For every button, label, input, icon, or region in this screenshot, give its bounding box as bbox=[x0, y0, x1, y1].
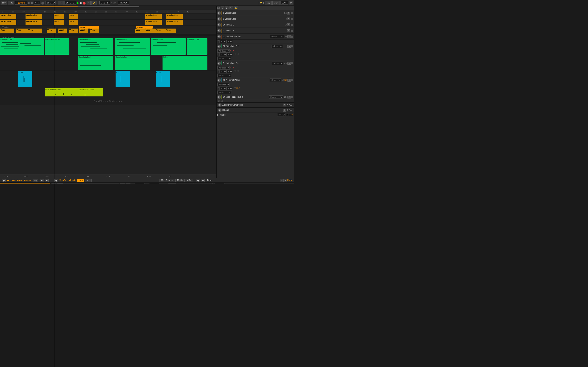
track-11-play[interactable]: ▶ bbox=[217, 29, 221, 33]
clip-9-4[interactable]: Vocal bbox=[69, 20, 78, 25]
midi-tab[interactable]: MIDI bbox=[185, 179, 193, 182]
return-a-play[interactable]: ▶ bbox=[218, 103, 222, 107]
osc1-tab[interactable]: Osc 1 bbox=[77, 179, 84, 182]
track-15-monitor[interactable] bbox=[291, 79, 293, 81]
track-15-play[interactable]: ▶ bbox=[217, 78, 221, 82]
master-play[interactable]: ▶ bbox=[217, 114, 219, 116]
clip-10-vocals1[interactable]: Vocals 1 bbox=[79, 26, 99, 29]
track-13-channel[interactable]: All Channel bbox=[217, 49, 230, 53]
position-display[interactable]: 19 . 2 . 2 bbox=[64, 1, 76, 4]
track-16-s[interactable]: S bbox=[287, 96, 291, 99]
track-10-name[interactable]: 10 Vocals 1 bbox=[223, 24, 285, 26]
track-12-s[interactable]: S bbox=[287, 35, 291, 38]
return-b-post[interactable]: Post bbox=[289, 109, 292, 111]
track-15-channel[interactable]: All Channel bbox=[217, 83, 230, 86]
clip-14-3[interactable]: Side... bbox=[163, 56, 187, 70]
master-output[interactable]: 1/2 bbox=[277, 113, 285, 117]
track-14-channel[interactable]: All Channel bbox=[217, 66, 230, 69]
link-button[interactable]: Link bbox=[1, 1, 7, 5]
tap-button[interactable]: Tap bbox=[8, 1, 14, 5]
track-12-name[interactable]: 12 Wavetable Pads bbox=[223, 35, 270, 38]
clip-10-10[interactable]: Voca bbox=[145, 29, 156, 33]
matrix-tab[interactable]: Matrix bbox=[175, 179, 185, 182]
track-lane-10[interactable]: ... Vocals 1 Voca Voca Voca Vocal Voca| … bbox=[0, 26, 216, 34]
track-8-play[interactable]: ▶ bbox=[217, 11, 221, 15]
track-13-output[interactable]: Master bbox=[217, 57, 232, 60]
clip-vocal-4[interactable]: Vocal bbox=[69, 14, 78, 19]
track-14-input[interactable]: All Ins bbox=[272, 62, 283, 65]
overview-bar[interactable] bbox=[0, 6, 216, 10]
tracks-container[interactable]: Vocals Slice Vocals Slice Vocal Vocal Vo… bbox=[0, 13, 216, 174]
clip-10-7[interactable]: Vocal bbox=[79, 29, 88, 33]
lfo2-tab[interactable]: LFO 2 bbox=[203, 183, 213, 184]
echo-help[interactable]: ? bbox=[284, 179, 287, 182]
record-button[interactable]: ⬤ bbox=[82, 1, 86, 4]
return-b-play[interactable]: ▶ bbox=[218, 108, 222, 112]
track-lane-16[interactable]: Velo-Rezzo Plucks Velo-Rezzo Plucks bbox=[0, 88, 216, 97]
filter-nav-left[interactable]: ◀◀ bbox=[120, 183, 125, 184]
track-11-monitor[interactable] bbox=[291, 30, 293, 32]
echo-power[interactable]: ⬤ bbox=[196, 179, 200, 182]
set-lock-button[interactable]: 🔒 bbox=[234, 7, 238, 9]
track-13-off[interactable]: Off bbox=[227, 53, 233, 56]
clip-9-1[interactable]: Vocals Slice bbox=[0, 20, 16, 25]
d-button[interactable]: D bbox=[289, 1, 293, 5]
device-rec[interactable]: ⬤ bbox=[54, 179, 58, 182]
clip-15-2[interactable]: A Hor... bbox=[116, 71, 130, 87]
clip-13-1[interactable]: Sidechain Pad bbox=[0, 38, 44, 55]
clip-13-6[interactable]: Sidechain Pad bbox=[151, 38, 186, 55]
track-13-s[interactable]: S bbox=[287, 45, 291, 48]
track-drop-area[interactable]: Drop Files and Devices Here bbox=[0, 97, 216, 105]
set-next-button[interactable]: ▶ bbox=[225, 7, 228, 9]
env2-tab[interactable]: Env 2 bbox=[176, 183, 185, 184]
loop-dropdown[interactable]: 1 Bar bbox=[45, 1, 56, 4]
clip-10-8[interactable]: Vocal bbox=[90, 29, 99, 33]
track-13-input[interactable]: All Ins bbox=[272, 45, 283, 48]
track-16-monitor[interactable] bbox=[291, 96, 293, 98]
track-8-s[interactable]: S bbox=[287, 12, 290, 15]
stop-button[interactable]: ■ bbox=[80, 1, 82, 4]
bpm-display[interactable]: 100.00 bbox=[15, 1, 27, 5]
clip-16-2[interactable]: Velo-Rezzo Plucks bbox=[79, 88, 103, 96]
clip-14-2[interactable]: Sidechain Pad bbox=[115, 56, 150, 70]
track-11-name[interactable]: 11 Vocals 2 bbox=[223, 30, 285, 32]
track-13-play[interactable]: ▶ bbox=[217, 45, 221, 48]
filter-nav-right[interactable]: ▶▶ bbox=[126, 183, 130, 184]
track-12-off[interactable]: Off bbox=[227, 40, 233, 43]
track-12-monitor[interactable] bbox=[291, 35, 293, 38]
time-sig-display[interactable]: 4 / 4 bbox=[34, 1, 40, 4]
clip-13-3[interactable]: Sidechain Pad bbox=[49, 38, 69, 55]
track-lane-8[interactable]: Vocals Slice Vocals Slice Vocal Vocal Vo… bbox=[0, 13, 216, 19]
track-10-play[interactable]: ▶ bbox=[217, 23, 221, 26]
time-display[interactable]: 48 . 0 . 0 bbox=[118, 1, 129, 4]
clip-vocals-slice-2[interactable]: Vocals Slice bbox=[26, 14, 42, 19]
track-12-output[interactable]: Master bbox=[270, 35, 284, 38]
track-16-play[interactable]: ▶ bbox=[217, 95, 221, 99]
arrangement-position[interactable]: 1 . 1 . 1 bbox=[99, 1, 110, 4]
track-9-play[interactable]: ▶ bbox=[217, 17, 221, 21]
env-none-select[interactable]: None bbox=[214, 183, 225, 184]
clip-10-11[interactable]: Voca bbox=[156, 29, 166, 33]
clip-13-4[interactable]: Sidechain Pad bbox=[78, 38, 113, 55]
clip-15-3[interactable]: A Hor... bbox=[156, 71, 170, 87]
track-8-name[interactable]: 8 Vocals Slice bbox=[223, 12, 283, 14]
amp-tab[interactable]: Amp bbox=[168, 183, 176, 184]
sub-power[interactable]: ⬤ bbox=[52, 183, 56, 184]
return-b-s[interactable]: S bbox=[283, 109, 286, 111]
midi-map-button[interactable]: MIDI bbox=[272, 1, 279, 5]
device-power[interactable]: ⬤ bbox=[2, 179, 6, 182]
track-15-input[interactable]: All Ins bbox=[270, 78, 281, 82]
track-13-name[interactable]: 13 Sidechain Pad bbox=[223, 45, 272, 47]
clip-15-1[interactable]: A Hor... bbox=[18, 71, 32, 87]
track-15-auto[interactable]: Auto bbox=[219, 87, 227, 90]
track-12-play[interactable]: ▶ bbox=[217, 35, 221, 38]
midi-button[interactable]: 🔑 bbox=[91, 1, 97, 5]
track-lane-14[interactable]: Sidechain Pad Sidechain Pad Side... bbox=[0, 55, 216, 70]
track-10-monitor[interactable] bbox=[291, 24, 293, 26]
clip-10-vocals1b[interactable]: Vocals 1 bbox=[136, 26, 153, 29]
track-14-name[interactable]: 14 Sidechain Pad bbox=[223, 62, 272, 64]
track-lane-13[interactable]: ... Sidechain Pad Sidechain Pad Side... bbox=[0, 36, 216, 55]
loop-button[interactable]: + bbox=[86, 1, 91, 5]
track-11-s[interactable]: S bbox=[287, 29, 290, 32]
osc2-tab[interactable]: Osc 2 bbox=[85, 179, 92, 182]
